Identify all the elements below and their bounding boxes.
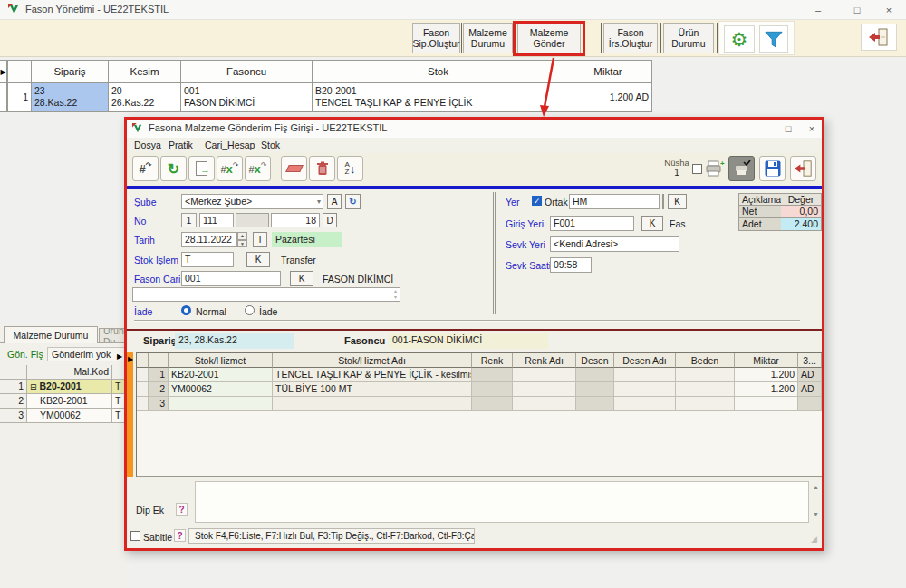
dialog-minimize-button[interactable]: – [761, 121, 776, 136]
yer-k-button[interactable]: K [668, 194, 687, 209]
erase-button[interactable] [281, 156, 307, 181]
col-header-miktar[interactable]: Miktar [735, 353, 798, 368]
sevk-saati-field[interactable]: 09:58 [550, 257, 592, 273]
malkod-cell[interactable]: YM00062 [27, 409, 112, 423]
col-header-miktar[interactable]: Miktar [564, 60, 652, 83]
cell-renk-adi[interactable] [513, 397, 576, 411]
nusha-value[interactable]: 1 [663, 168, 690, 178]
tab-malzeme-durumu[interactable]: Malzeme Durumu [4, 326, 98, 343]
fason-cari-field[interactable]: 001 [181, 271, 281, 286]
save-button[interactable] [759, 156, 786, 181]
cell-renk[interactable] [472, 368, 513, 382]
cell-birim[interactable]: AD [798, 382, 822, 397]
dialog-maximize-button[interactable]: □ [781, 121, 795, 136]
cancel-number-button[interactable]: #x↷ [217, 156, 243, 181]
fason-cari-k-button[interactable]: K [290, 271, 313, 286]
dialog-close-button[interactable]: × [805, 121, 819, 136]
urun-durumu-button[interactable]: ÜrünDurumu [663, 23, 714, 53]
aciklama-combobox[interactable]: ▴▾ [132, 287, 400, 302]
a-button[interactable]: A [327, 194, 342, 209]
sort-button[interactable]: AZ ↓ [337, 156, 363, 181]
col-header-malkod[interactable]: Mal.Kod [27, 365, 112, 380]
cell-desen[interactable] [576, 382, 614, 397]
cell-miktar[interactable]: 1.200 [735, 382, 798, 397]
cell-birim[interactable] [798, 397, 822, 411]
no-prefix-field[interactable]: 111 [199, 213, 234, 227]
cell-desen-adi[interactable] [614, 397, 676, 411]
cell-beden[interactable] [676, 368, 735, 382]
col-header-siparis[interactable]: Sipariş [32, 60, 109, 83]
cell-siparis[interactable]: 2328.Kas.22 [32, 83, 109, 112]
tab-urun-durumu[interactable]: Ürün Du [99, 328, 127, 343]
cell-stok[interactable]: B20-2001TENCEL TAŞLI KAP & PENYE İÇLİK [313, 83, 564, 112]
normal-radio-label[interactable]: Normal [196, 306, 226, 317]
gon-fis-label[interactable]: Gön. Fiş [7, 349, 43, 360]
tarih-spinner[interactable]: ▲▼ [237, 232, 247, 247]
fason-sip-olustur-button[interactable]: FasonSip.Oluştur [412, 23, 460, 53]
dip-ek-help-button[interactable]: ? [176, 503, 188, 516]
sube-refresh-button[interactable]: ↻ [345, 194, 361, 209]
cell-stok-hizmet[interactable]: YM00062 [169, 382, 273, 397]
cell-desen-adi[interactable] [614, 368, 676, 382]
malzeme-durumu-button[interactable]: MalzemeDurumu [463, 23, 513, 53]
cell-stok-hizmet-adi[interactable]: TÜL BİYE 100 MT [273, 382, 472, 397]
ortak-label[interactable]: Ortak [545, 197, 568, 207]
col-header-stok-hizmet[interactable]: Stok/Hizmet [169, 353, 273, 368]
menu-stok[interactable]: Stok [261, 140, 280, 150]
col-header-fasoncu[interactable]: Fasoncu [181, 60, 313, 83]
print-preview-button[interactable] [728, 156, 755, 181]
filter-button[interactable] [759, 25, 788, 53]
cell-renk[interactable] [472, 397, 513, 411]
status-help-button[interactable]: ? [174, 529, 186, 542]
sabitle-label[interactable]: Sabitle [143, 532, 172, 543]
yer-field[interactable]: HM [569, 194, 660, 209]
sube-combobox[interactable]: <Merkez Şube> ▾ [181, 194, 323, 209]
col-header-stok-hizmet-adi[interactable]: Stok/Hizmet Adı [273, 353, 472, 368]
maximize-button[interactable]: □ [850, 3, 864, 17]
expand-icon[interactable]: ⊟ [30, 382, 37, 391]
iade-radio-label[interactable]: İade [259, 306, 277, 317]
malzeme-gonder-button[interactable]: MalzemeGönder [517, 23, 581, 53]
cell-desen-adi[interactable] [614, 382, 676, 397]
cell-renk[interactable] [472, 382, 513, 397]
stok-islem-k-button[interactable]: K [246, 252, 270, 267]
cell-stok-hizmet[interactable] [169, 397, 273, 411]
giris-yeri-k-button[interactable]: K [641, 216, 663, 231]
col-header-kesim[interactable]: Kesim [109, 60, 181, 83]
malkod-cell[interactable]: KB20-2001 [27, 394, 112, 409]
export-doc-button[interactable]: → [188, 156, 215, 181]
no-number-field[interactable]: 18 [271, 213, 320, 227]
resize-grip[interactable]: ◢ [811, 535, 817, 544]
cell-renk-adi[interactable] [513, 368, 576, 382]
malkod-cell[interactable]: ⊟ B20-2001 [27, 380, 112, 394]
cell-beden[interactable] [676, 382, 735, 397]
cell-stok-hizmet-adi[interactable] [273, 397, 472, 411]
scroll-up-icon[interactable]: ▲ [813, 484, 819, 490]
cell-stok-hizmet-adi[interactable]: TENCEL TAŞLI KAP & PENYE İÇLİK - kesilmi… [273, 368, 472, 382]
giris-yeri-field[interactable]: F001 [550, 216, 634, 231]
print-checkbox[interactable] [692, 164, 702, 174]
iade-radio[interactable] [245, 305, 255, 315]
combo-spin-icons[interactable]: ▴▾ [394, 288, 397, 301]
cell-birim[interactable]: AD [798, 368, 822, 382]
col-header-stok[interactable]: Stok [313, 60, 564, 83]
minimize-button[interactable]: – [811, 3, 825, 17]
cell-renk-adi[interactable] [513, 382, 576, 397]
sabitle-checkbox[interactable] [130, 531, 140, 541]
t-button[interactable]: T [253, 232, 267, 247]
col-header-beden[interactable]: Beden [676, 353, 735, 368]
menu-pratik[interactable]: Pratik [169, 140, 193, 150]
col-header-renk[interactable]: Renk [472, 353, 513, 368]
col-header-renk-adi[interactable]: Renk Adı [513, 353, 576, 368]
col-header-desen-adi[interactable]: Desen Adı [614, 353, 676, 368]
close-button[interactable]: × [882, 3, 896, 17]
cell-fasoncu[interactable]: 001FASON DİKİMCİ [181, 83, 313, 112]
settings-button[interactable]: ⚙ [724, 25, 755, 53]
col-header-birim[interactable]: 3... [798, 353, 822, 368]
cell-stok-hizmet[interactable]: KB20-2001 [169, 368, 273, 382]
dialog-exit-button[interactable] [790, 156, 816, 181]
d-button[interactable]: D [323, 213, 337, 227]
stok-islem-field[interactable]: T [181, 252, 234, 267]
chevron-down-icon[interactable]: ▾ [317, 196, 321, 207]
sevk-yeri-field[interactable]: <Kendi Adresi> [550, 236, 680, 252]
